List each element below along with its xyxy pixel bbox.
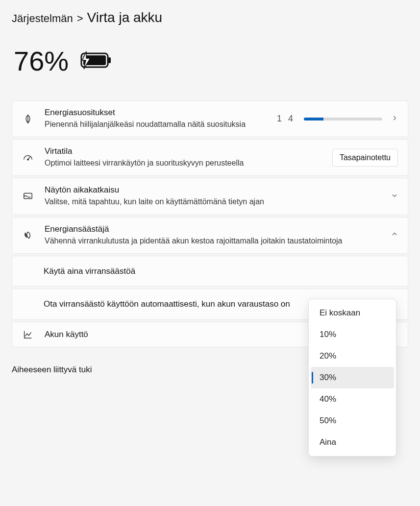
screen-timeout-title: Näytön aikakatkaisu xyxy=(45,185,383,195)
energy-saver-sub: Vähennä virrankulutusta ja pidentää akun… xyxy=(45,235,383,246)
auto-on-saver-label: Ota virransäästö käyttöön automaattisest… xyxy=(44,299,290,309)
power-mode-row[interactable]: Virtatila Optimoi laitteesi virrankäytön… xyxy=(12,139,408,176)
energy-rec-count: 1 4 xyxy=(277,114,295,124)
svg-rect-1 xyxy=(108,57,111,63)
chart-icon xyxy=(19,329,37,340)
chevron-right-icon xyxy=(391,115,398,123)
leaf-icon xyxy=(19,114,37,124)
energy-rec-progress xyxy=(304,118,382,120)
breadcrumb-separator: > xyxy=(77,12,83,25)
energy-rec-progress-fill xyxy=(304,118,323,120)
energy-recommendations-row[interactable]: Energiasuositukset Pienennä hiilijalanjä… xyxy=(12,100,408,137)
page-title: Virta ja akku xyxy=(87,10,163,25)
chevron-down-icon xyxy=(391,192,398,201)
dropdown-option[interactable]: Ei koskaan xyxy=(311,302,394,324)
energy-saver-title: Energiansäästäjä xyxy=(45,224,383,234)
energy-saver-icon xyxy=(19,230,37,241)
energy-saver-row[interactable]: Energiansäästäjä Vähennä virrankulutusta… xyxy=(12,217,408,254)
breadcrumb-parent[interactable]: Järjestelmän xyxy=(12,12,73,25)
battery-charging-icon xyxy=(77,49,113,73)
dropdown-option[interactable]: 20% xyxy=(311,345,394,367)
screen-timeout-sub: Valitse, mitä tapahtuu, kun laite on käy… xyxy=(45,196,383,207)
dropdown-option[interactable]: 10% xyxy=(311,324,394,345)
power-mode-sub: Optimoi laitteesi virrankäytön ja suorit… xyxy=(45,157,324,169)
breadcrumb: Järjestelmän > Virta ja akku xyxy=(12,10,408,25)
dropdown-option[interactable]: 50% xyxy=(311,410,394,432)
dropdown-option[interactable]: 30% xyxy=(311,367,394,388)
chevron-up-icon xyxy=(391,231,398,240)
always-use-saver-label: Käytä aina virransäästöä xyxy=(44,266,135,276)
always-use-saver-row[interactable]: Käytä aina virransäästöä xyxy=(12,256,408,287)
power-mode-select[interactable]: Tasapainotettu xyxy=(332,149,398,167)
gauge-icon xyxy=(19,152,37,163)
battery-percentage: 76% xyxy=(14,45,69,77)
dropdown-option[interactable]: Aina xyxy=(311,432,394,453)
monitor-icon xyxy=(19,191,37,202)
power-mode-title: Virtatila xyxy=(45,146,324,156)
energy-rec-title: Energiasuositukset xyxy=(45,108,269,118)
battery-hero: 76% xyxy=(14,45,406,77)
battery-threshold-dropdown[interactable]: Ei koskaan10%20%30%40%50%Aina xyxy=(308,299,396,457)
screen-timeout-row[interactable]: Näytön aikakatkaisu Valitse, mitä tapaht… xyxy=(12,178,408,215)
dropdown-option[interactable]: 40% xyxy=(311,388,394,410)
energy-rec-sub: Pienennä hiilijalanjälkeäsi noudattamall… xyxy=(45,119,269,130)
